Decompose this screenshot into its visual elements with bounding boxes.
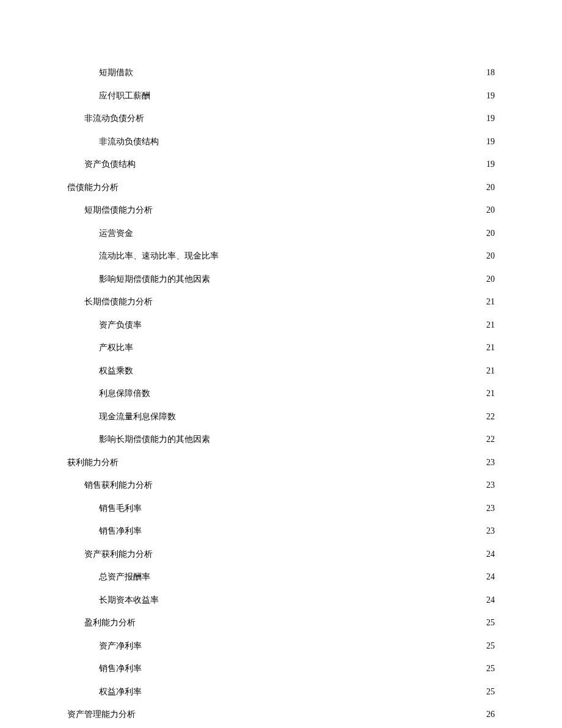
toc-title: 销售净利率 <box>99 526 142 537</box>
toc-title: 长期偿债能力分析 <box>84 296 153 307</box>
toc-page-number: 25 <box>486 618 495 628</box>
toc-entry: 资产获利能力分析24 <box>67 549 495 560</box>
toc-entry: 非流动负债分析19 <box>67 113 495 124</box>
toc-title: 长期资本收益率 <box>99 595 159 606</box>
toc-page-number: 19 <box>486 160 495 169</box>
toc-page-number: 26 <box>486 710 495 719</box>
toc-entry: 影响短期偿债能力的其他因素20 <box>67 274 495 285</box>
toc-entry: 销售净利率25 <box>67 663 495 674</box>
toc-entry: 偿债能力分析20 <box>67 182 495 193</box>
toc-title: 应付职工薪酬 <box>99 90 150 101</box>
toc-entry: 影响长期偿债能力的其他因素22 <box>67 434 495 445</box>
toc-title: 流动比率、速动比率、现金比率 <box>99 251 219 262</box>
toc-entry: 资产负债结构19 <box>67 159 495 170</box>
toc-title: 短期偿债能力分析 <box>84 205 153 216</box>
toc-page-number: 24 <box>486 595 495 605</box>
toc-entry: 短期偿债能力分析20 <box>67 205 495 216</box>
toc-title: 销售获利能力分析 <box>84 480 153 491</box>
toc-title: 运营资金 <box>99 228 133 239</box>
toc-title: 影响长期偿债能力的其他因素 <box>99 434 210 445</box>
toc-page-number: 21 <box>486 297 495 307</box>
toc-page-number: 20 <box>486 229 495 238</box>
toc-title: 总资产报酬率 <box>99 572 150 583</box>
toc-page-number: 24 <box>486 572 495 582</box>
toc-page-number: 25 <box>486 664 495 674</box>
toc-entry: 权益净利率25 <box>67 686 495 697</box>
toc-entry: 权益乘数21 <box>67 366 495 377</box>
toc-page-number: 20 <box>486 274 495 284</box>
toc-entry: 销售毛利率23 <box>67 503 495 514</box>
toc-title: 非流动负债分析 <box>84 113 144 124</box>
toc-page-number: 21 <box>486 366 495 376</box>
toc-entry: 长期资本收益率24 <box>67 595 495 606</box>
toc-page-number: 19 <box>486 137 495 147</box>
toc-page-number: 25 <box>486 641 495 651</box>
toc-entry: 应付职工薪酬19 <box>67 90 495 101</box>
toc-page-number: 23 <box>486 480 495 490</box>
toc-entry: 非流动负债结构19 <box>67 136 495 147</box>
toc-page-number: 18 <box>486 68 495 78</box>
toc-page-number: 21 <box>486 343 495 353</box>
toc-page-number: 23 <box>486 458 495 468</box>
toc-page-number: 25 <box>486 687 495 697</box>
toc-page-number: 20 <box>486 183 495 193</box>
toc-title: 资产净利率 <box>99 641 142 652</box>
toc-entry: 盈利能力分析25 <box>67 617 495 628</box>
toc-entry: 运营资金20 <box>67 228 495 239</box>
toc-page-number: 21 <box>486 389 495 399</box>
toc-page-number: 20 <box>486 251 495 261</box>
toc-page-number: 24 <box>486 550 495 559</box>
toc-entry: 获利能力分析23 <box>67 457 495 468</box>
toc-title: 资产负债结构 <box>84 159 136 170</box>
toc-title: 资产管理能力分析 <box>67 709 136 720</box>
toc-page-number: 19 <box>486 114 495 123</box>
toc-entry: 现金流量利息保障数22 <box>67 411 495 422</box>
toc-title: 利息保障倍数 <box>99 388 150 399</box>
toc-page-number: 21 <box>486 320 495 330</box>
table-of-contents: 短期借款18应付职工薪酬19非流动负债分析19非流动负债结构19资产负债结构19… <box>67 67 495 728</box>
toc-entry: 资产负债率21 <box>67 320 495 331</box>
toc-entry: 利息保障倍数21 <box>67 388 495 399</box>
toc-title: 盈利能力分析 <box>84 617 136 628</box>
toc-title: 权益乘数 <box>99 366 133 377</box>
toc-entry: 产权比率21 <box>67 342 495 353</box>
toc-title: 权益净利率 <box>99 686 142 697</box>
toc-page-number: 22 <box>486 435 495 444</box>
toc-title: 销售净利率 <box>99 663 142 674</box>
toc-page-number: 22 <box>486 412 495 422</box>
toc-entry: 长期偿债能力分析21 <box>67 296 495 307</box>
toc-title: 产权比率 <box>99 342 133 353</box>
toc-page-number: 19 <box>486 91 495 101</box>
toc-title: 资产负债率 <box>99 320 142 331</box>
toc-title: 影响短期偿债能力的其他因素 <box>99 274 210 285</box>
toc-entry: 资产管理能力分析26 <box>67 709 495 720</box>
toc-title: 获利能力分析 <box>67 457 119 468</box>
toc-title: 短期借款 <box>99 67 133 78</box>
toc-entry: 销售净利率23 <box>67 526 495 537</box>
toc-title: 资产获利能力分析 <box>84 549 153 560</box>
toc-entry: 销售获利能力分析23 <box>67 480 495 491</box>
toc-title: 现金流量利息保障数 <box>99 411 176 422</box>
toc-entry: 短期借款18 <box>67 67 495 78</box>
toc-title: 偿债能力分析 <box>67 182 119 193</box>
toc-page-number: 23 <box>486 526 495 536</box>
toc-title: 销售毛利率 <box>99 503 142 514</box>
toc-entry: 资产净利率25 <box>67 641 495 652</box>
toc-page-number: 23 <box>486 504 495 513</box>
toc-page-number: 20 <box>486 205 495 215</box>
toc-title: 非流动负债结构 <box>99 136 159 147</box>
toc-entry: 流动比率、速动比率、现金比率20 <box>67 251 495 262</box>
toc-entry: 总资产报酬率24 <box>67 572 495 583</box>
